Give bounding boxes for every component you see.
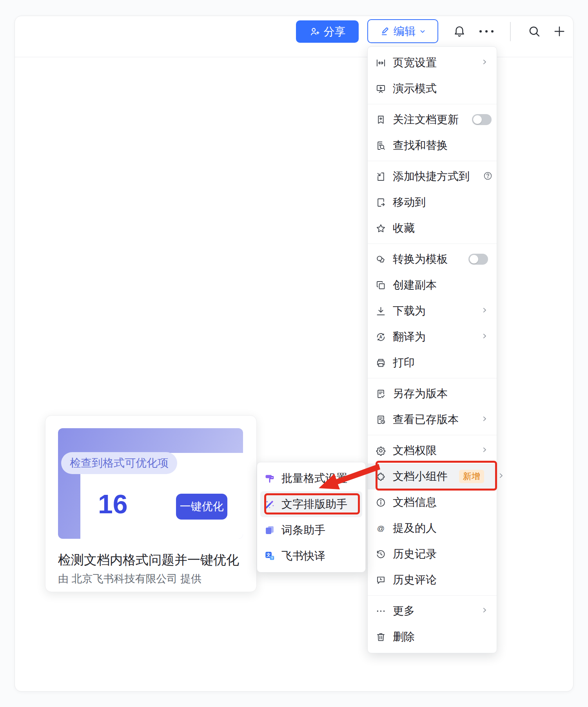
menu-item-duplicate[interactable]: 创建副本 bbox=[368, 272, 497, 298]
menu-item-label: 删除 bbox=[393, 629, 415, 644]
submenu-item-label: 飞书快译 bbox=[281, 549, 325, 563]
chevron-right-icon bbox=[481, 415, 488, 424]
submenu-item-batch-format[interactable]: 批量格式设置 bbox=[260, 465, 362, 491]
menu-separator bbox=[368, 161, 497, 161]
menu-item-presentation-mode[interactable]: 演示模式 bbox=[368, 76, 497, 102]
menu-item-doc-info[interactable]: 文档信息 bbox=[368, 489, 497, 515]
menu-item-label: 更多 bbox=[393, 603, 415, 618]
find-replace-icon bbox=[376, 140, 386, 151]
share-button[interactable]: 分享 bbox=[296, 20, 359, 43]
menu-item-label: 转换为模板 bbox=[393, 252, 448, 267]
move-to-icon bbox=[376, 197, 386, 208]
bookmark-plus-icon bbox=[376, 115, 386, 125]
menu-item-label: 下载为 bbox=[393, 304, 426, 318]
menu-item-label: 文档小组件 bbox=[393, 469, 448, 484]
pencil-icon bbox=[379, 26, 390, 36]
menu-item-label: 关注文档更新 bbox=[393, 112, 459, 127]
chevron-right-icon bbox=[481, 307, 488, 315]
menu-item-permissions[interactable]: 文档权限 bbox=[368, 438, 497, 463]
topbar-separator bbox=[510, 22, 511, 41]
menu-item-label: 查看已存版本 bbox=[393, 412, 459, 427]
widget-card-title: 检测文档内格式问题并一键优化 bbox=[58, 551, 239, 569]
menu-item-label: 历史评论 bbox=[393, 573, 437, 587]
star-icon bbox=[376, 223, 386, 234]
menu-item-move-to[interactable]: 移动到 bbox=[368, 189, 497, 215]
menu-item-translate-to[interactable]: A 翻译为 bbox=[368, 324, 497, 350]
duplicate-icon bbox=[376, 280, 386, 291]
printer-icon bbox=[376, 358, 386, 368]
menu-item-more[interactable]: 更多 bbox=[368, 598, 497, 624]
widget-card-provider: 由 北京飞书科技有限公司 提供 bbox=[58, 572, 201, 586]
menu-item-label: 打印 bbox=[393, 355, 415, 370]
menu-separator bbox=[368, 244, 497, 244]
submenu-item-text-layout-assistant[interactable]: 文字排版助手 bbox=[260, 491, 362, 517]
ellipsis-menu-icon[interactable] bbox=[479, 28, 494, 35]
presentation-icon bbox=[376, 84, 386, 94]
page-width-icon bbox=[376, 58, 386, 68]
add-shortcut-icon bbox=[376, 171, 386, 182]
menu-item-label: 查找和替换 bbox=[393, 138, 448, 153]
menu-item-label: 添加快捷方式到 bbox=[393, 169, 470, 184]
menu-item-print[interactable]: 打印 bbox=[368, 350, 497, 376]
menu-item-delete[interactable]: 删除 bbox=[368, 624, 497, 650]
menu-item-add-shortcut[interactable]: 添加快捷方式到 bbox=[368, 164, 497, 189]
gear-icon bbox=[376, 445, 386, 456]
format-check-badge: 检查到格式可优化项 bbox=[61, 452, 177, 474]
menu-item-mentions[interactable]: @ 提及的人 bbox=[368, 515, 497, 541]
menu-item-label: 另存为版本 bbox=[393, 386, 448, 401]
menu-item-label: 历史记录 bbox=[393, 547, 437, 562]
widget-promo-card: 检查到格式可优化项 16 一键优化 检测文档内格式问题并一键优化 由 北京飞书科… bbox=[45, 415, 257, 592]
menu-item-doc-widgets[interactable]: 文档小组件 新增 bbox=[368, 463, 497, 489]
screenshot-canvas: 分享 编辑 检查到格式可优化项 16 一键优化 检测文档内格式问题并一键优化 由… bbox=[0, 0, 588, 707]
menu-item-label: 翻译为 bbox=[393, 329, 426, 344]
edit-button-label: 编辑 bbox=[394, 24, 416, 39]
menu-item-comment-history[interactable]: 历史评论 bbox=[368, 567, 497, 593]
follow-updates-toggle[interactable] bbox=[472, 114, 492, 125]
svg-text:T: T bbox=[271, 556, 273, 560]
menu-item-save-version[interactable]: 另存为版本 bbox=[368, 381, 497, 407]
save-version-icon bbox=[376, 389, 386, 399]
submenu-item-label: 词条助手 bbox=[281, 523, 325, 538]
svg-text:A: A bbox=[379, 335, 383, 339]
menu-item-label: 文档权限 bbox=[393, 443, 437, 458]
share-button-label: 分享 bbox=[324, 24, 346, 39]
submenu-item-glossary-assistant[interactable]: 词条助手 bbox=[260, 517, 362, 543]
widget-promo-banner bbox=[58, 428, 243, 539]
widgets-submenu: 批量格式设置 文字排版助手 词条助手 文T 飞书快译 bbox=[257, 462, 366, 573]
menu-separator bbox=[368, 104, 497, 104]
trash-icon bbox=[376, 632, 386, 642]
at-mention-icon: @ bbox=[376, 523, 386, 534]
submenu-item-label: 文字排版助手 bbox=[281, 497, 347, 512]
translate-icon: A bbox=[376, 332, 386, 342]
menu-item-label: 收藏 bbox=[393, 221, 415, 236]
search-icon[interactable] bbox=[527, 24, 541, 38]
svg-text:文: 文 bbox=[266, 553, 270, 557]
menu-item-history[interactable]: 历史记录 bbox=[368, 541, 497, 567]
menu-item-find-replace[interactable]: 查找和替换 bbox=[368, 133, 497, 158]
chevron-down-icon bbox=[419, 28, 426, 35]
edit-mode-button[interactable]: 编辑 bbox=[367, 19, 438, 43]
menu-item-favorite[interactable]: 收藏 bbox=[368, 215, 497, 241]
menu-item-label: 页宽设置 bbox=[393, 55, 437, 70]
help-circle-icon[interactable] bbox=[483, 171, 493, 182]
submenu-item-quick-translate[interactable]: 文T 飞书快译 bbox=[260, 543, 362, 569]
menu-separator bbox=[368, 378, 497, 378]
convert-template-toggle[interactable] bbox=[468, 254, 488, 265]
plus-icon[interactable] bbox=[552, 24, 566, 38]
menu-item-view-versions[interactable]: 查看已存版本 bbox=[368, 407, 497, 433]
menu-item-label: 文档信息 bbox=[393, 495, 437, 510]
menu-item-label: 移动到 bbox=[393, 195, 426, 210]
more-dots-icon bbox=[376, 606, 386, 616]
chevron-right-icon bbox=[481, 333, 488, 341]
menu-item-convert-template[interactable]: 转换为模板 bbox=[368, 246, 497, 272]
menu-item-follow-updates[interactable]: 关注文档更新 bbox=[368, 107, 497, 133]
menu-item-download-as[interactable]: 下载为 bbox=[368, 298, 497, 324]
chevron-right-icon bbox=[481, 446, 488, 455]
menu-item-page-width[interactable]: 页宽设置 bbox=[368, 50, 497, 76]
menu-separator bbox=[368, 435, 497, 435]
svg-text:@: @ bbox=[377, 524, 385, 532]
one-click-optimize-button[interactable]: 一键优化 bbox=[176, 494, 227, 520]
menu-item-label: 提及的人 bbox=[393, 521, 437, 536]
quick-translate-icon: 文T bbox=[264, 551, 275, 562]
notification-bell-icon[interactable] bbox=[452, 24, 466, 38]
